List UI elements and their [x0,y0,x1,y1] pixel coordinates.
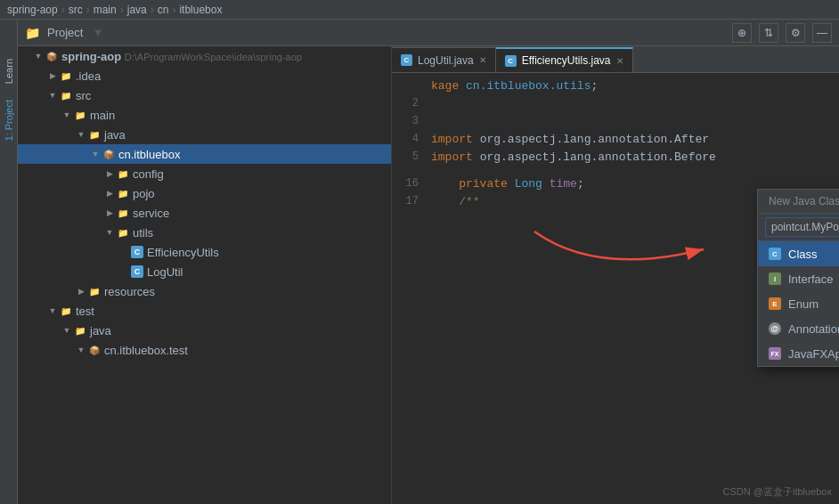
add-btn[interactable]: ⊕ [732,23,752,43]
tree-label: spring-aop D:\AProgramWorkSpace\idea\spr… [61,50,302,63]
title-bar: spring-aop › src › main › java › cn › it… [0,0,839,20]
tree-item-spring-aop[interactable]: ▼ 📦 spring-aop D:\AProgramWorkSpace\idea… [18,46,391,66]
folder-icon: 📁 [59,88,73,102]
content-area: ▼ 📦 spring-aop D:\AProgramWorkSpace\idea… [18,46,839,504]
tab-bar: C LogUtil.java ✕ C EfficiencyUtils.java … [392,46,839,73]
tab-close-btn[interactable]: ✕ [479,55,486,65]
menu-item-label: JavaFXApplication [788,347,839,361]
tree-item-cn-itbluebox-test[interactable]: ▼ 📦 cn.itbluebox.test [18,340,391,360]
menu-item-label: Interface [788,272,834,286]
folder-icon: 📁 [25,26,40,40]
collapse-btn[interactable]: — [812,23,832,43]
tree-label: java [90,324,111,337]
tab-class-icon: C [505,55,517,67]
tree-arrow: ▶ [103,167,116,180]
main-area: Learn 1: Project 📁 Project ▼ ⊕ ⇅ ⚙ — ▼ 📦 [0,20,839,504]
tree-item-efficiency-utils[interactable]: ▶ C EfficiencyUtils [18,242,391,262]
code-line: 3 [392,112,839,130]
tree-arrow: ▼ [46,305,59,317]
folder-icon: 📁 [73,323,87,337]
tree-label: cn.itbluebox.test [104,344,188,357]
context-menu-item-annotation[interactable]: @ Annotation [758,316,839,341]
menu-item-label: Annotation [788,322,839,336]
tree-label: cn.itbluebox [118,148,180,161]
tab-efficiency-utils[interactable]: C EfficiencyUtils.java ✕ [496,47,633,72]
class-icon: C [130,264,144,279]
tree-arrow: ▶ [75,285,87,297]
context-menu-header: New Java Class [758,190,839,214]
tree-arrow: ▼ [61,324,73,337]
folder-icon: 📁 [116,186,130,200]
tree-item-config[interactable]: ▶ 📁 config [18,164,391,183]
tree-label: config [133,167,164,181]
tree-item-test-java[interactable]: ▼ 📁 java [18,321,391,340]
code-line: kage cn.itbluebox.utils; [392,77,839,94]
context-menu-item-interface[interactable]: I Interface [758,266,839,291]
project-tab[interactable]: 1: Project [2,96,16,144]
tree-item-idea[interactable]: ▶ 📁 .idea [18,66,391,85]
tree-arrow: ▶ [103,187,116,199]
folder-icon: 📁 [116,206,130,220]
tree-label: EfficiencyUtils [147,246,219,259]
learn-tab[interactable]: Learn [2,55,16,87]
tree-arrow: ▼ [46,89,59,102]
tree-arrow: ▼ [103,226,116,239]
tree-item-src[interactable]: ▼ 📁 src [18,85,391,105]
editor-area: C LogUtil.java ✕ C EfficiencyUtils.java … [392,46,839,504]
new-class-input[interactable] [765,217,839,237]
interface-menu-icon: I [769,272,781,285]
breadcrumb-item: main [94,4,117,16]
tree-label: pojo [133,187,155,200]
tree-label: java [104,128,126,142]
tab-close-btn[interactable]: ✕ [616,56,623,66]
code-line: 5 import org.aspectj.lang.annotation.Bef… [392,148,839,166]
project-icon: 📦 [45,49,59,63]
tree-item-log-util[interactable]: ▶ C LogUtil [18,262,391,281]
tree-label: test [76,305,94,318]
class-menu-icon: C [769,248,781,260]
enum-menu-icon: E [769,297,781,310]
breadcrumb-item: src [69,4,83,16]
folder-icon: 📁 [87,284,102,298]
folder-icon: 📁 [116,225,130,240]
tree-item-resources[interactable]: ▶ 📁 resources [18,281,391,301]
annotation-menu-icon: @ [769,322,781,335]
tree-item-pojo[interactable]: ▶ 📁 pojo [18,183,391,203]
tree-item-test[interactable]: ▼ 📁 test [18,301,391,321]
folder-icon: 📁 [87,127,102,142]
code-line: 4 import org.aspectj.lang.annotation.Aft… [392,130,839,148]
tab-log-util[interactable]: C LogUtil.java ✕ [392,47,496,72]
tree-arrow: ▶ [46,69,59,82]
tree-arrow: ▶ [103,207,116,219]
context-menu-item-javafx[interactable]: FX JavaFXApplication [758,341,839,366]
package-icon: 📦 [87,343,102,357]
tree-item-main[interactable]: ▼ 📁 main [18,105,391,125]
sort-btn[interactable]: ⇅ [759,23,778,43]
tree-arrow: ▼ [75,344,87,356]
tree-label: utils [133,226,153,240]
tree-label: service [133,207,169,220]
breadcrumb-item: itbluebox [179,4,222,16]
tree-item-service[interactable]: ▶ 📁 service [18,203,391,223]
tree-item-java[interactable]: ▼ 📁 java [18,125,391,144]
context-menu-item-enum[interactable]: E Enum [758,291,839,316]
tab-label: LogUtil.java [418,54,474,67]
context-menu: New Java Class C Class I Interface E E [757,189,839,367]
settings-btn[interactable]: ⚙ [786,23,805,43]
breadcrumb-item: cn [158,4,169,16]
tree-item-cn-itbluebox[interactable]: ▼ 📦 cn.itbluebox [18,144,391,164]
tree-label: resources [104,285,155,298]
tree-item-utils[interactable]: ▼ 📁 utils [18,223,391,242]
tree-label: main [90,109,115,122]
tree-arrow: ▼ [75,128,87,141]
menu-item-label: Enum [788,297,819,311]
tab-label: EfficiencyUtils.java [522,54,611,67]
breadcrumb-item: java [127,4,147,16]
menu-item-label: Class [788,248,818,261]
folder-icon: 📁 [116,167,130,181]
package-icon: 📦 [102,147,116,161]
javafx-menu-icon: FX [769,347,781,360]
vertical-tabs: Learn 1: Project [0,20,18,504]
context-menu-item-class[interactable]: C Class [758,241,839,266]
class-icon: C [130,245,144,259]
